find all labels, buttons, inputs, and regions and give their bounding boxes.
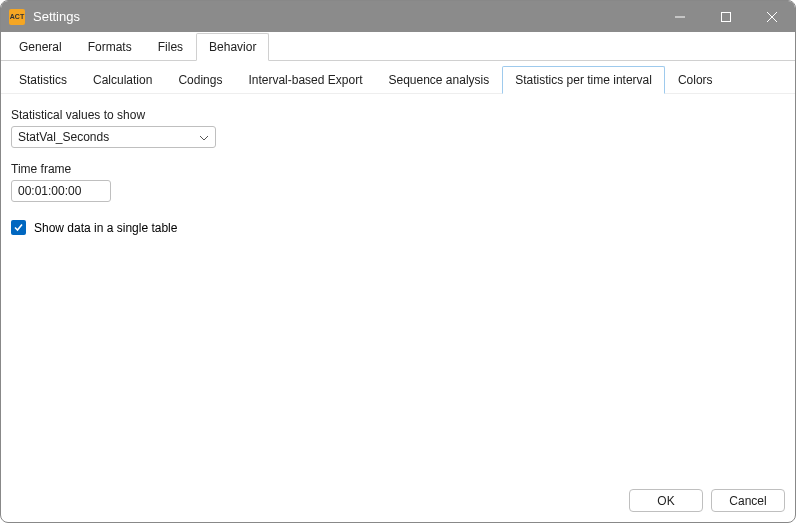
dialog-footer: OK Cancel [1, 481, 795, 522]
tab-general[interactable]: General [6, 33, 75, 61]
subtab-stats-per-time[interactable]: Statistics per time interval [502, 66, 665, 94]
app-icon: ACT [9, 9, 25, 25]
subtab-statistics[interactable]: Statistics [6, 66, 80, 94]
time-frame-label: Time frame [11, 162, 785, 176]
tab-behavior[interactable]: Behavior [196, 33, 269, 61]
time-frame-input[interactable] [11, 180, 111, 202]
tab-formats[interactable]: Formats [75, 33, 145, 61]
window-title: Settings [33, 9, 80, 24]
ok-button[interactable]: OK [629, 489, 703, 512]
chevron-down-icon [199, 130, 209, 144]
tab-files[interactable]: Files [145, 33, 196, 61]
cancel-button[interactable]: Cancel [711, 489, 785, 512]
titlebar: ACT Settings [1, 1, 795, 32]
stat-values-label: Statistical values to show [11, 108, 785, 122]
window-controls [657, 1, 795, 32]
subtab-interval-export[interactable]: Interval-based Export [235, 66, 375, 94]
close-button[interactable] [749, 1, 795, 32]
stat-values-selected: StatVal_Seconds [18, 130, 109, 144]
subtab-codings[interactable]: Codings [165, 66, 235, 94]
main-tabstrip: General Formats Files Behavior [1, 32, 795, 61]
settings-window: ACT Settings General Formats Files Behav… [0, 0, 796, 523]
maximize-button[interactable] [703, 1, 749, 32]
subtab-calculation[interactable]: Calculation [80, 66, 165, 94]
svg-rect-1 [722, 12, 731, 21]
minimize-button[interactable] [657, 1, 703, 32]
single-table-label: Show data in a single table [34, 221, 177, 235]
content-area: Statistical values to show StatVal_Secon… [1, 94, 795, 481]
single-table-checkbox[interactable] [11, 220, 26, 235]
single-table-row: Show data in a single table [11, 220, 785, 235]
stat-values-select[interactable]: StatVal_Seconds [11, 126, 216, 148]
subtab-sequence-analysis[interactable]: Sequence analysis [375, 66, 502, 94]
subtab-colors[interactable]: Colors [665, 66, 726, 94]
sub-tabstrip: Statistics Calculation Codings Interval-… [1, 61, 795, 94]
